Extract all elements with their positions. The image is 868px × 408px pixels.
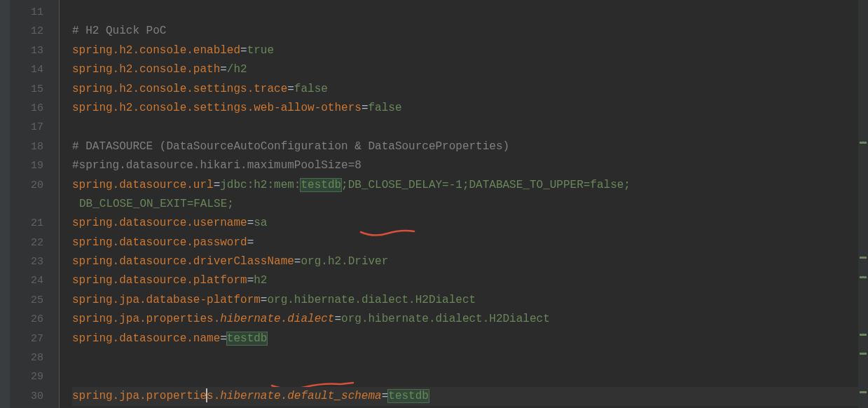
equals-sign: = [214, 179, 221, 191]
change-marker[interactable] [860, 334, 867, 336]
gutter-strip [0, 0, 10, 408]
code-line[interactable]: spring.datasource.password= [72, 233, 868, 252]
change-marker[interactable] [860, 353, 867, 355]
property-value: false [294, 83, 328, 95]
code-line[interactable]: spring.jpa.properties.hibernate.dialect=… [72, 310, 868, 329]
code-line[interactable] [72, 348, 868, 367]
code-line-wrapped[interactable]: DB_CLOSE_ON_EXIT=FALSE; [72, 195, 868, 214]
equals-sign: = [247, 236, 254, 249]
comment-text: #spring.datasource.hikari.maximumPoolSiz… [72, 159, 361, 172]
code-line[interactable]: spring.h2.console.settings.web-allow-oth… [72, 99, 868, 118]
property-value: org.h2.Driver [301, 255, 388, 268]
code-line[interactable]: spring.h2.console.settings.trace=false [72, 80, 868, 99]
equals-sign: = [247, 217, 254, 229]
code-line[interactable]: spring.h2.console.path=/h2 [72, 60, 868, 79]
property-value: ;DB_CLOSE_DELAY=-1;DATABASE_TO_UPPER=fal… [341, 179, 631, 191]
highlighted-testdb: testdb [227, 332, 268, 345]
property-key: spring.h2.console.enabled [72, 44, 240, 57]
property-key: spring.jpa.properties. [72, 313, 220, 325]
equals-sign: = [261, 294, 268, 306]
property-value: h2 [254, 274, 267, 287]
property-key: spring.datasource.url [72, 179, 214, 191]
property-key: spring.h2.console.settings.web-allow-oth… [72, 102, 361, 114]
text-cursor [206, 388, 207, 402]
code-line[interactable]: spring.datasource.platform=h2 [72, 271, 868, 290]
property-key: spring.datasource.name [72, 332, 220, 345]
code-line[interactable] [72, 3, 868, 22]
code-line[interactable]: spring.datasource.name=testdb [72, 329, 868, 348]
property-value: false [368, 102, 401, 114]
property-key-italic: hibernate.default_schema [220, 390, 381, 402]
property-value: jdbc:h2:mem: [220, 179, 301, 191]
property-key: spring.datasource.platform [72, 274, 247, 287]
code-line[interactable]: # H2 Quick PoC [72, 22, 868, 41]
property-key: s. [207, 390, 220, 402]
property-key-italic: hibernate.dialect [220, 313, 334, 325]
property-key: spring.h2.console.path [72, 63, 220, 76]
lightbulb-icon[interactable] [25, 370, 36, 381]
property-key: spring.jpa.propertie [72, 390, 207, 402]
change-marker[interactable] [860, 257, 867, 259]
code-line[interactable] [72, 118, 868, 137]
code-line[interactable]: spring.h2.console.enabled=true [72, 41, 868, 60]
property-key: spring.datasource.driverClassName [72, 255, 294, 268]
highlighted-testdb: testdb [301, 179, 341, 191]
code-editor: 11 12 13 14 15 16 17 18 19 20 21 22 23 2… [0, 0, 868, 408]
change-marker[interactable] [860, 391, 867, 393]
code-line[interactable]: spring.datasource.username=sa [72, 214, 868, 233]
equals-sign: = [382, 390, 389, 402]
property-value: DB_CLOSE_ON_EXIT=FALSE; [79, 198, 234, 210]
code-line-current[interactable]: spring.jpa.properties.hibernate.default_… [72, 387, 868, 406]
editor-gutter[interactable]: 11 12 13 14 15 16 17 18 19 20 21 22 23 2… [0, 0, 60, 408]
code-line[interactable]: #spring.datasource.hikari.maximumPoolSiz… [72, 156, 868, 175]
property-value: /h2 [227, 63, 247, 76]
code-line[interactable]: spring.datasource.driverClassName=org.h2… [72, 252, 868, 271]
property-value: org.hibernate.dialect.H2Dialect [341, 313, 550, 325]
equals-sign: = [240, 44, 247, 57]
property-key: spring.datasource.username [72, 217, 247, 229]
property-key: spring.jpa.database-platform [72, 294, 261, 306]
change-marker[interactable] [860, 276, 867, 278]
marker-rail[interactable] [858, 0, 868, 408]
equals-sign: = [334, 313, 341, 325]
code-line[interactable]: #JPA (JpaBaseConfiguration, HibernateJpa… [72, 367, 868, 386]
property-value: true [247, 44, 274, 57]
property-key: spring.datasource.password [72, 236, 247, 249]
comment-text: # DATASOURCE (DataSourceAutoConfiguratio… [72, 140, 509, 153]
equals-sign: = [287, 83, 294, 95]
comment-text: # H2 Quick PoC [72, 25, 166, 37]
highlighted-testdb: testdb [388, 390, 429, 402]
code-line[interactable]: spring.datasource.url=jdbc:h2:mem:testdb… [72, 176, 868, 195]
property-key: spring.h2.console.settings.trace [72, 83, 287, 95]
code-line[interactable]: spring.jpa.database-platform=org.hiberna… [72, 291, 868, 310]
change-marker[interactable] [860, 142, 867, 144]
code-line[interactable]: # DATASOURCE (DataSourceAutoConfiguratio… [72, 137, 868, 156]
code-area[interactable]: # H2 Quick PoC spring.h2.console.enabled… [60, 0, 868, 408]
equals-sign: = [220, 332, 227, 345]
property-value: org.hibernate.dialect.H2Dialect [267, 294, 476, 306]
equals-sign: = [247, 274, 254, 287]
property-value: sa [254, 217, 267, 229]
equals-sign: = [220, 63, 227, 76]
